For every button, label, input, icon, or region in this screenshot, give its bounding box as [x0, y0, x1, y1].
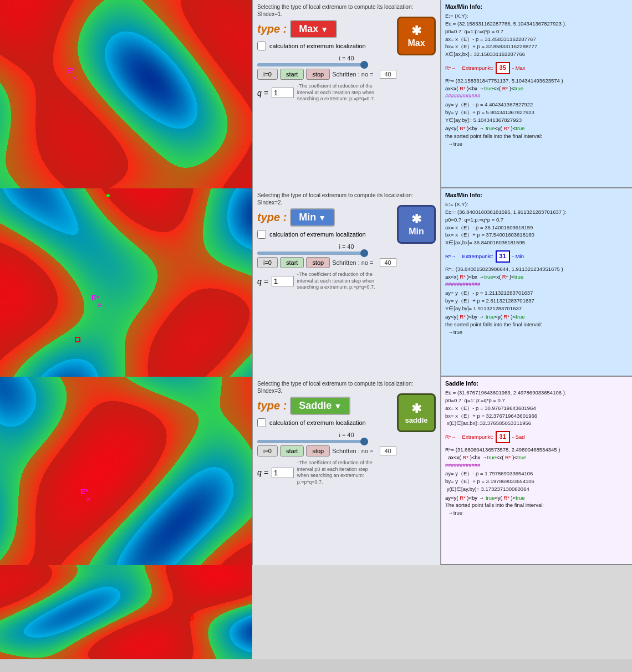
yin-1: Y∈[ay,by]= 5.104341367827923	[445, 116, 628, 124]
info-title-3: Saddle Info:	[445, 379, 628, 388]
big-star-1: ✱	[411, 24, 421, 38]
type-btn-min-label-2: Min	[299, 212, 316, 223]
sep-hashes-1: ############	[445, 92, 628, 100]
info-area-2: Max/Min Info: E:= (X,Y): Ec:= (36.840016…	[441, 188, 632, 376]
q-input-2[interactable]	[272, 276, 294, 286]
slider-row-2[interactable]	[257, 252, 436, 255]
marker-x3: ✕	[86, 496, 91, 503]
info-xin-2: X∈[ax,bx]= 36.840016036181595	[445, 239, 628, 247]
btn-i0-1[interactable]: i=0	[257, 69, 278, 80]
schritte-label-1: Schritten : no = 40	[332, 70, 396, 79]
type-btn-min-2[interactable]: Min ▼	[290, 208, 335, 227]
ctrl-title-2: Selecting the type of local extremum to …	[257, 192, 436, 206]
no-box-2: 40	[380, 258, 396, 267]
schritte-label-2: Schritten : no = 40	[332, 258, 396, 267]
final-1: the sorted point falls into the final in…	[445, 132, 628, 140]
q-label-1: q =	[257, 89, 268, 98]
btn-start-3[interactable]: start	[280, 445, 304, 456]
panel-row-3: E* ✕ Selecting the type of local extremu…	[0, 377, 632, 565]
slider-track-3[interactable]	[257, 440, 368, 443]
q-input-1[interactable]	[272, 88, 294, 98]
slider-thumb-1[interactable]	[360, 61, 368, 69]
slider-thumb-3[interactable]	[360, 438, 368, 445]
q-desc-1: -The coefficient of reduction of the int…	[297, 83, 380, 102]
type-btn-max-1[interactable]: Max ▼	[290, 20, 337, 38]
info-ax-3: ax= x（E）- p = 30.976719643601964	[445, 404, 628, 412]
i-display-2: i = 40	[257, 243, 436, 250]
by-1: by= y（E）+ p = 5.804341367827923	[445, 109, 628, 116]
slider-fill-3	[257, 440, 368, 443]
panel-row-4	[0, 565, 632, 659]
checkbox-label-2: calculation of extremum localization	[269, 231, 366, 238]
type-btn-saddle-label-3: Saddle	[299, 400, 332, 412]
ext-type-2: - Min	[512, 253, 524, 260]
slider-row-3[interactable]	[257, 440, 436, 443]
type-label-1: type :	[257, 23, 287, 35]
sep-hashes-3: ############	[445, 461, 628, 469]
ystar-cmp-1: ay<y( R* )<by → true<y( R* )<true	[445, 125, 628, 132]
dot-red-4	[188, 615, 194, 620]
info-xin-3: x(E)∈[ax,bx]=32.376585053311956	[445, 419, 628, 427]
bottom-empty	[252, 565, 632, 659]
slider-row-1[interactable]	[257, 63, 436, 66]
dropdown-arrow-3: ▼	[334, 402, 342, 411]
ystar-cmp-2: ay<y( R* )<by → true<y( R* )<true	[445, 313, 628, 321]
i-display-1: i = 40	[257, 55, 436, 61]
yin-3: y(E)∈[ay,by]= 3.173237130060064	[445, 485, 628, 493]
terrain-image-3: E* ✕	[0, 377, 252, 565]
slider-track-1[interactable]	[257, 63, 368, 66]
slider-fill-1	[257, 63, 368, 66]
info-ec-val-1: Ec:= (32.158331162287766, 5.104341367827…	[445, 20, 628, 28]
dropdown-arrow-1: ▼	[320, 25, 328, 34]
result-1: →true	[445, 140, 628, 148]
q-desc-3: -The coefficient of reduction of the int…	[297, 460, 380, 486]
extrempunkt-row-2: R*→ Extrempunkt: 31 - Min	[445, 250, 628, 263]
terrain-image-4	[0, 565, 252, 659]
ctrl-area-2: Selecting the type of local extremum to …	[252, 188, 441, 377]
big-type-label-1: Max	[407, 38, 425, 48]
ext-box-3: 31	[496, 431, 510, 443]
btn-i0-3[interactable]: i=0	[257, 445, 278, 456]
checkbox-label-1: calculation of extremum localization	[269, 43, 366, 49]
btn-stop-1[interactable]: stop	[306, 69, 330, 80]
checkbox-3[interactable]	[257, 418, 266, 427]
btn-start-1[interactable]: start	[280, 69, 304, 80]
marker-x2: ✕	[97, 302, 102, 309]
big-type-btn-min-2[interactable]: ✱ Min	[397, 205, 436, 244]
btn-start-2[interactable]: start	[280, 257, 304, 268]
i-display-3: i = 40	[257, 432, 436, 438]
type-btn-saddle-3[interactable]: Saddle ▼	[290, 397, 350, 415]
big-star-2: ✱	[411, 212, 421, 227]
slider-track-2[interactable]	[257, 252, 368, 255]
marker-E3: E*	[80, 488, 88, 496]
ay-2: ay= y（E）- p = 1.211321283701637	[445, 289, 628, 297]
btn-stop-2[interactable]: stop	[306, 257, 330, 268]
btn-i0-2[interactable]: i=0	[257, 257, 278, 268]
terrain-image-2: E* ✕	[0, 188, 252, 377]
info-ax-1: ax= x（E）- p = 31.458331162287767	[445, 35, 628, 43]
info-title-2: Max/Min Info:	[445, 191, 628, 199]
q-label-2: q =	[257, 277, 268, 286]
ext-box-1: 35	[496, 62, 510, 74]
checkbox-2[interactable]	[257, 230, 266, 239]
info-xin-1: X∈[ax,bx]= 32.158331162287766	[445, 50, 628, 58]
checkbox-1[interactable]	[257, 42, 266, 50]
rstar-cmp-1: ax<x( R* )<bx →true<x( R* )<true	[445, 85, 628, 93]
final-2: the sorted point falls into the final in…	[445, 321, 628, 329]
q-input-3[interactable]	[272, 468, 294, 478]
btn-stop-3[interactable]: stop	[306, 445, 330, 456]
type-btn-max-label-1: Max	[299, 23, 318, 35]
no-box-1: 40	[380, 70, 396, 79]
q-desc-2: -The coefficient of reduction of the int…	[297, 271, 380, 291]
big-type-btn-max-1[interactable]: ✱ Max	[397, 17, 436, 55]
dropdown-arrow-2: ▼	[318, 213, 326, 222]
ay-3: ay= y（E）- p = 1.797869033654106	[445, 470, 628, 478]
rstar-val-3: R*= (31.680604136573578, 2.4980046853434…	[445, 446, 628, 454]
slider-thumb-2[interactable]	[360, 249, 368, 257]
ctrl-area-1: Selecting the type of local extremum to …	[252, 0, 441, 188]
big-type-label-3: saddle	[405, 416, 427, 424]
rstar-val-2: R*= (36.840015823986644, 1.9113212343516…	[445, 265, 628, 273]
big-type-btn-saddle-3[interactable]: ✱ saddle	[397, 393, 436, 432]
info-p0-1: p0=0.7: q=1:p:=q*p = 0.7	[445, 28, 628, 35]
ctrl-title-3: Selecting the type of local extremum to …	[257, 380, 436, 394]
